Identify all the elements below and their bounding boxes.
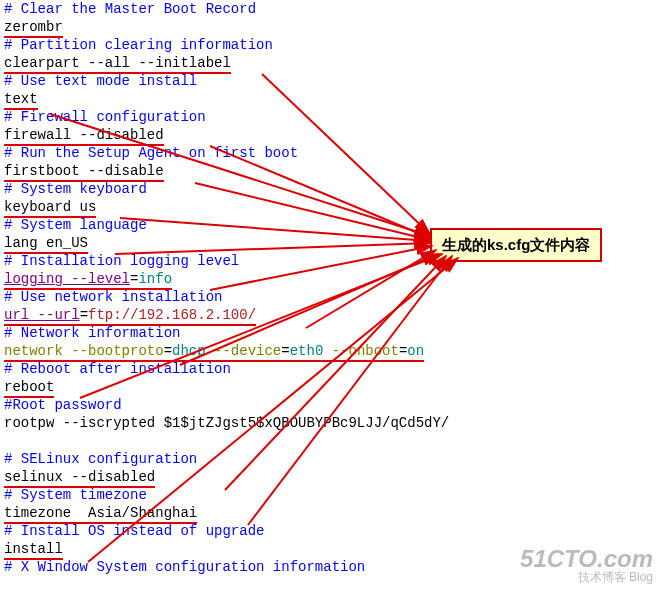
code-line: # X Window System configuration informat… <box>4 558 449 576</box>
code-line: reboot <box>4 378 449 396</box>
code-line: # Clear the Master Boot Record <box>4 0 449 18</box>
code-line: #Root password <box>4 396 449 414</box>
code-token: --onboot <box>332 342 399 362</box>
code-token: logging --level <box>4 270 130 290</box>
code-token: reboot <box>4 378 54 398</box>
code-line: firstboot --disable <box>4 162 449 180</box>
code-token: # Installation logging level <box>4 253 239 269</box>
code-line: # System keyboard <box>4 180 449 198</box>
code-token: # Firewall configuration <box>4 109 206 125</box>
code-token: firewall --disabled <box>4 126 164 146</box>
callout-label: 生成的ks.cfg文件内容 <box>430 228 602 262</box>
code-line <box>4 432 449 450</box>
code-line: selinux --disabled <box>4 468 449 486</box>
code-token: #Root password <box>4 397 122 413</box>
code-token: text <box>4 90 38 110</box>
code-token: # Install OS instead of upgrade <box>4 523 264 539</box>
code-line: # Partition clearing information <box>4 36 449 54</box>
code-token: network --bootproto <box>4 342 164 362</box>
code-token: timezone Asia/Shanghai <box>4 504 197 524</box>
code-line: # System timezone <box>4 486 449 504</box>
code-line: # SELinux configuration <box>4 450 449 468</box>
code-token: # Network information <box>4 325 180 341</box>
code-line: # Use network installation <box>4 288 449 306</box>
code-line: url --url=ftp://192.168.2.100/ <box>4 306 449 324</box>
code-token: keyboard us <box>4 198 96 218</box>
code-token: # Reboot after installation <box>4 361 231 377</box>
code-token: on <box>407 342 424 362</box>
code-token: = <box>399 342 407 362</box>
code-token: # X Window System configuration informat… <box>4 559 365 575</box>
code-line: logging --level=info <box>4 270 449 288</box>
code-token: # Use text mode install <box>4 73 197 89</box>
code-listing: # Clear the Master Boot Recordzerombr# P… <box>4 0 449 576</box>
code-line: # Use text mode install <box>4 72 449 90</box>
code-line: rootpw --iscrypted $1$jtZJgst5$xQBOUBYPB… <box>4 414 449 432</box>
code-line: # Install OS instead of upgrade <box>4 522 449 540</box>
code-line: text <box>4 90 449 108</box>
code-token: dhcp <box>172 342 214 362</box>
code-token: # System keyboard <box>4 181 147 197</box>
code-token: # Run the Setup Agent on first boot <box>4 145 298 161</box>
code-token: install <box>4 540 63 560</box>
code-line: firewall --disabled <box>4 126 449 144</box>
code-line: # Run the Setup Agent on first boot <box>4 144 449 162</box>
code-token: # Use network installation <box>4 289 222 305</box>
code-token: = <box>130 270 138 290</box>
code-line: # Reboot after installation <box>4 360 449 378</box>
watermark-main: 51CTO.com <box>520 547 653 571</box>
code-token: = <box>164 342 172 362</box>
watermark: 51CTO.com 技术博客 Blog <box>520 547 653 583</box>
code-token: = <box>80 306 88 326</box>
code-token: # System language <box>4 217 147 233</box>
code-token: selinux --disabled <box>4 468 155 488</box>
code-line: # Installation logging level <box>4 252 449 270</box>
code-line: clearpart --all --initlabel <box>4 54 449 72</box>
code-token: firstboot --disable <box>4 162 164 182</box>
code-token: clearpart --all --initlabel <box>4 54 231 74</box>
code-token: # SELinux configuration <box>4 451 197 467</box>
code-token: ftp://192.168.2.100/ <box>88 306 256 326</box>
code-line: # Firewall configuration <box>4 108 449 126</box>
code-line: lang en_US <box>4 234 449 252</box>
code-token: eth0 <box>290 342 332 362</box>
code-line: keyboard us <box>4 198 449 216</box>
code-line: network --bootproto=dhcp --device=eth0 -… <box>4 342 449 360</box>
code-token: info <box>138 270 172 290</box>
code-line: # System language <box>4 216 449 234</box>
code-token: zerombr <box>4 18 63 38</box>
code-token: --device <box>214 342 281 362</box>
code-line: zerombr <box>4 18 449 36</box>
watermark-sub: 技术博客 Blog <box>520 571 653 583</box>
code-line: # Network information <box>4 324 449 342</box>
code-line: install <box>4 540 449 558</box>
code-token: url --url <box>4 306 80 326</box>
code-line: timezone Asia/Shanghai <box>4 504 449 522</box>
code-token: rootpw --iscrypted $1$jtZJgst5$xQBOUBYPB… <box>4 415 449 431</box>
code-token: = <box>281 342 289 362</box>
code-token: # Partition clearing information <box>4 37 273 53</box>
code-token: # System timezone <box>4 487 147 503</box>
code-token: lang en_US <box>4 234 88 254</box>
code-token: # Clear the Master Boot Record <box>4 1 256 17</box>
